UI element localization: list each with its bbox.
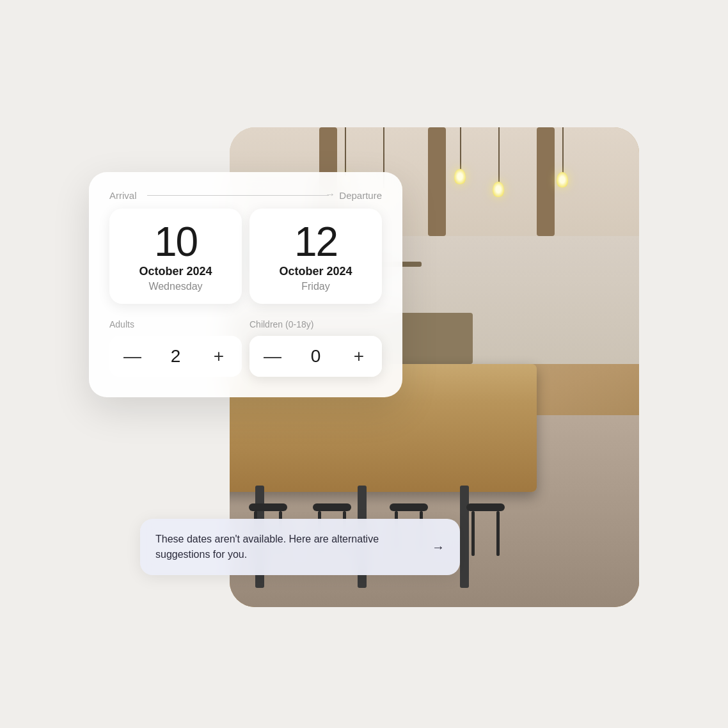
arrival-month-year: October 2024: [122, 265, 229, 278]
children-label: Children (0-18y): [249, 319, 382, 329]
stool: [466, 503, 505, 556]
notification-arrow-button[interactable]: →: [432, 540, 445, 555]
adults-label: Adults: [109, 319, 242, 329]
departure-day: 12: [262, 221, 369, 262]
guests-section: Adults — 2 + Children (0-18y) — 0 +: [109, 319, 382, 377]
arrival-weekday: Wednesday: [122, 281, 229, 292]
departure-date-box[interactable]: 12 October 2024 Friday: [249, 209, 382, 304]
arrival-day: 10: [122, 221, 229, 262]
adults-plus-button[interactable]: +: [209, 346, 229, 367]
children-value: 0: [311, 346, 321, 367]
light-cord: [562, 127, 564, 175]
light-bulb: [557, 172, 568, 187]
booking-card: Arrival Departure 10 October 2024 Wednes…: [89, 172, 402, 397]
scene: Arrival Departure 10 October 2024 Wednes…: [89, 89, 639, 639]
light-cord: [345, 127, 346, 178]
departure-weekday: Friday: [262, 281, 369, 292]
children-plus-button[interactable]: +: [349, 346, 369, 367]
adults-counter: — 2 +: [109, 336, 242, 377]
arrival-label: Arrival: [109, 190, 137, 201]
ceiling-beam: [537, 127, 555, 236]
ceiling-beam: [428, 127, 446, 236]
arrival-date-box[interactable]: 10 October 2024 Wednesday: [109, 209, 242, 304]
children-counter: — 0 +: [249, 336, 382, 377]
light-bulb: [493, 182, 504, 197]
arrow-line-inner: [147, 195, 329, 196]
adults-group: Adults — 2 +: [109, 319, 242, 377]
departure-month-year: October 2024: [262, 265, 369, 278]
notification-banner: These dates aren't available. Here are a…: [140, 519, 460, 575]
light-bulb: [454, 169, 466, 184]
children-minus-button[interactable]: —: [262, 346, 283, 367]
arrow-divider: [147, 195, 329, 196]
adults-minus-button[interactable]: —: [122, 346, 143, 367]
children-group: Children (0-18y) — 0 +: [249, 319, 382, 377]
dates-row: 10 October 2024 Wednesday 12 October 202…: [109, 209, 382, 304]
light-cord: [460, 127, 461, 172]
notification-message: These dates aren't available. Here are a…: [155, 532, 422, 562]
light-cord: [498, 127, 500, 185]
departure-label: Departure: [339, 190, 382, 201]
date-header: Arrival Departure: [109, 190, 382, 201]
adults-value: 2: [171, 346, 181, 367]
